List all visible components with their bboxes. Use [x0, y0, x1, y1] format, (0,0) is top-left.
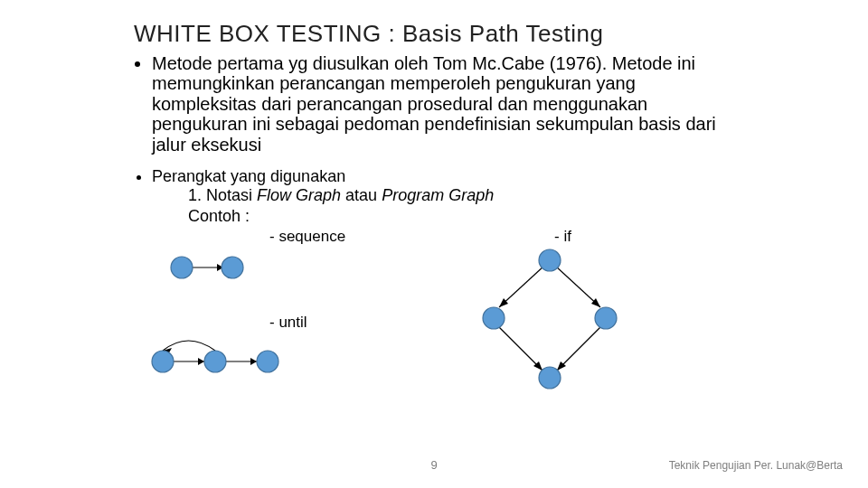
svg-point-14 — [595, 307, 617, 329]
slide-body: Metode pertama yg diusulkan oleh Tom Mc.… — [134, 53, 741, 399]
svg-marker-19 — [250, 358, 257, 365]
page-title: WHITE BOX TESTING : Basis Path Testing — [134, 20, 868, 48]
label-until: - until — [269, 314, 307, 331]
svg-point-2 — [171, 257, 193, 278]
svg-point-12 — [539, 249, 561, 271]
svg-point-21 — [152, 351, 174, 372]
graph-until — [143, 334, 306, 389]
slide: WHITE BOX TESTING : Basis Path Testing M… — [0, 0, 868, 488]
notasi-contoh: Contoh : — [188, 207, 250, 225]
bullet-1: Metode pertama yg diusulkan oleh Tom Mc.… — [152, 53, 741, 155]
svg-point-3 — [222, 257, 243, 278]
notasi-mid: atau — [341, 186, 382, 204]
svg-point-15 — [539, 367, 561, 389]
notasi-em2: Program Graph — [382, 186, 494, 204]
notasi-lead: 1. Notasi — [188, 186, 257, 204]
svg-marker-17 — [198, 358, 204, 365]
footer-credit: Teknik Pengujian Per. Lunak@Berta — [669, 459, 843, 472]
label-if: - if — [554, 228, 571, 245]
graph-if — [468, 244, 631, 398]
svg-point-23 — [257, 351, 278, 372]
notasi-em1: Flow Graph — [257, 186, 341, 204]
notasi-block: 1. Notasi Flow Graph atau Program Graph … — [188, 185, 741, 226]
svg-point-22 — [204, 351, 226, 372]
graph-sequence — [165, 249, 256, 286]
bullet-list: Metode pertama yg diusulkan oleh Tom Mc.… — [134, 53, 741, 399]
bullet-2-text: Perangkat yang digunakan — [152, 167, 345, 185]
bullet-2: Perangkat yang digunakan 1. Notasi Flow … — [152, 167, 741, 399]
svg-point-13 — [483, 307, 505, 329]
graphs-area: - sequence - if - until — [152, 228, 741, 399]
label-sequence: - sequence — [269, 228, 345, 245]
